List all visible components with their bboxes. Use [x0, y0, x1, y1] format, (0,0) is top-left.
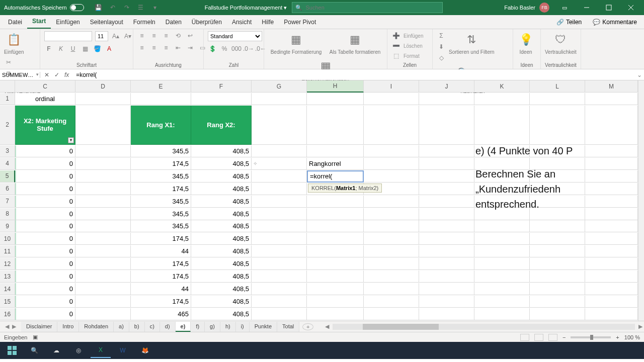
cell-G15[interactable] — [252, 296, 307, 308]
sheet-tab-d[interactable]: d) — [160, 322, 176, 332]
cell-J12[interactable] — [419, 258, 474, 270]
cell-M1[interactable] — [585, 93, 638, 105]
clear-icon[interactable]: ◇ — [437, 53, 446, 62]
toggle-off-icon[interactable] — [70, 4, 84, 11]
cell-L2[interactable] — [530, 106, 585, 145]
horizontal-scrollbar[interactable]: ◀ ▶ — [324, 323, 644, 330]
maximize-icon[interactable] — [598, 0, 620, 15]
cell-D2[interactable] — [75, 106, 131, 145]
qat-more-icon[interactable]: ▾ — [150, 3, 159, 12]
tab-power pivot[interactable]: Power Pivot — [279, 16, 321, 29]
column-header-D[interactable]: D — [75, 80, 131, 93]
cell-H5[interactable]: KORREL(Matrix1; Matrix2) — [307, 170, 364, 183]
cell-H7[interactable] — [307, 196, 364, 208]
cell-J1[interactable] — [419, 93, 474, 105]
cell-C9[interactable]: 0 — [15, 220, 75, 232]
touch-mode-icon[interactable]: ☰ — [136, 3, 145, 12]
cell-K13[interactable] — [474, 270, 530, 283]
cell-E13[interactable]: 174,5 — [131, 270, 191, 283]
cell-C15[interactable]: 0 — [15, 296, 75, 308]
cell-E3[interactable]: 345,5 — [131, 145, 191, 157]
row-header-13[interactable]: 13 — [0, 270, 15, 283]
row-header-7[interactable]: 7 — [0, 196, 15, 208]
word-taskbar-icon[interactable]: W — [113, 343, 133, 358]
cell-G3[interactable] — [252, 145, 307, 157]
cell-I1[interactable] — [364, 93, 419, 105]
cell-K1[interactable] — [474, 93, 530, 105]
row-header-16[interactable]: 16 — [0, 308, 15, 320]
cell-J3[interactable] — [419, 145, 474, 157]
row-header-2[interactable]: 2 — [0, 106, 15, 145]
cell-L9[interactable] — [530, 220, 585, 232]
cell-J2[interactable] — [419, 106, 474, 145]
cell-J11[interactable] — [419, 245, 474, 257]
row-header-12[interactable]: 12 — [0, 258, 15, 270]
cell-E8[interactable]: 345,5 — [131, 208, 191, 220]
sheet-tab-i[interactable]: i) — [236, 322, 250, 332]
cell-D6[interactable] — [75, 183, 131, 195]
cell-D13[interactable] — [75, 270, 131, 283]
save-icon[interactable]: 💾 — [94, 3, 103, 12]
cell-I3[interactable] — [364, 145, 419, 157]
cell-L15[interactable] — [530, 296, 585, 308]
zoom-level[interactable]: 100 % — [624, 334, 640, 340]
cell-G11[interactable] — [252, 245, 307, 257]
cell-C16[interactable]: 0 — [15, 308, 75, 320]
cell-H9[interactable] — [307, 220, 364, 232]
macro-record-icon[interactable]: ▣ — [33, 334, 38, 340]
cell-J10[interactable] — [419, 233, 474, 245]
cell-I4[interactable] — [364, 158, 419, 170]
ribbon-display-icon[interactable]: ▭ — [553, 0, 576, 15]
cell-F6[interactable]: 408,5 — [191, 183, 252, 195]
cell-M16[interactable] — [585, 308, 638, 320]
conditional-formatting-button[interactable]: ▦Bedingte Formatierung — [271, 31, 322, 55]
cell-M2[interactable] — [585, 106, 638, 145]
cell-K9[interactable] — [474, 220, 530, 232]
sheet-tab-g[interactable]: g) — [205, 322, 220, 332]
tab-überprüfen[interactable]: Überprüfen — [187, 16, 227, 29]
cell-F2[interactable]: Rang X2: — [191, 106, 252, 145]
cell-E14[interactable]: 44 — [131, 283, 191, 295]
cells-insert-button[interactable]: ➕Einfügen — [391, 31, 423, 40]
sheet-nav-prev-icon[interactable]: ◀ — [5, 323, 9, 330]
font-size-input[interactable] — [95, 31, 108, 41]
cell-H12[interactable] — [307, 258, 364, 270]
cell-J13[interactable] — [419, 270, 474, 283]
column-header-C[interactable]: C — [15, 80, 75, 93]
column-header-H[interactable]: H — [307, 80, 364, 93]
search-box[interactable]: 🔍 — [292, 2, 443, 13]
cell-L16[interactable] — [530, 308, 585, 320]
cell-M11[interactable] — [585, 245, 638, 257]
column-header-K[interactable]: K — [474, 80, 530, 93]
cell-E1[interactable] — [131, 93, 191, 105]
cell-F7[interactable]: 408,5 — [191, 196, 252, 208]
cell-I15[interactable] — [364, 296, 419, 308]
orientation-icon[interactable]: ⟲ — [174, 31, 183, 40]
enter-formula-icon[interactable]: ✓ — [54, 71, 59, 78]
cell-H16[interactable] — [307, 308, 364, 320]
row-header-5[interactable]: 5 — [0, 170, 15, 183]
cell-K12[interactable] — [474, 258, 530, 270]
align-bottom-icon[interactable]: ≡ — [162, 31, 171, 40]
cell-I9[interactable] — [364, 220, 419, 232]
minimize-icon[interactable] — [576, 0, 598, 15]
view-normal-icon[interactable] — [520, 334, 529, 341]
cell-G7[interactable] — [252, 196, 307, 208]
cell-K11[interactable] — [474, 245, 530, 257]
sheet-tab-b[interactable]: b) — [129, 322, 145, 332]
wrap-text-icon[interactable]: ↩ — [186, 31, 195, 40]
cell-C8[interactable]: 0 — [15, 208, 75, 220]
cell-E2[interactable]: Rang X1: — [131, 106, 191, 145]
cell-I8[interactable] — [364, 208, 419, 220]
cell-K10[interactable] — [474, 233, 530, 245]
cell-I16[interactable] — [364, 308, 419, 320]
comments-button[interactable]: 💬 Kommentare — [589, 17, 641, 28]
cell-F16[interactable]: 408,5 — [191, 308, 252, 320]
sheet-tab-Disclaimer[interactable]: Disclaimer — [21, 322, 57, 332]
task-view-icon[interactable]: ☁ — [46, 343, 66, 358]
taskbar-app-icon[interactable]: ◎ — [68, 343, 89, 358]
cell-G1[interactable] — [252, 93, 307, 105]
cell-C1[interactable]: ordinal — [15, 93, 75, 105]
cell-F12[interactable]: 408,5 — [191, 258, 252, 270]
cell-E7[interactable]: 345,5 — [131, 196, 191, 208]
